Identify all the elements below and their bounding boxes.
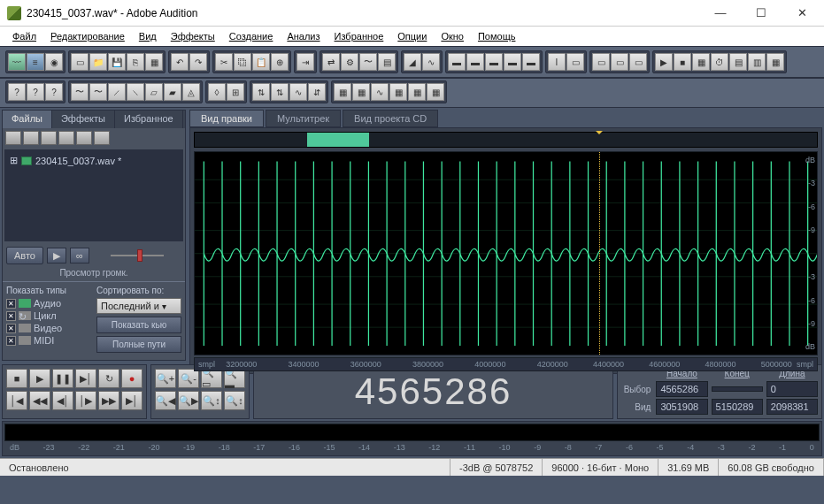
menu-edit[interactable]: Редактирование [45, 28, 130, 44]
zoom-in-right-button[interactable]: 🔍▶ [178, 391, 199, 410]
menu-file[interactable]: Файл [7, 28, 42, 44]
panel-b-icon[interactable]: ▦ [692, 53, 710, 71]
menu-favorites[interactable]: Избранное [329, 28, 389, 44]
sel-end-field[interactable] [712, 386, 763, 392]
play-button[interactable]: ▶ [29, 369, 50, 388]
fx-d-icon[interactable]: ⟍ [127, 83, 144, 101]
show-cue-button[interactable]: Показать кью [96, 317, 181, 333]
playhead[interactable] [599, 152, 600, 355]
tool-b-icon[interactable]: ▬ [466, 53, 484, 71]
loop-icon[interactable]: ∞ [70, 248, 89, 263]
window-b-icon[interactable]: ▭ [611, 53, 628, 71]
menu-generate[interactable]: Создание [224, 28, 279, 44]
panel-a-icon[interactable]: ■ [674, 53, 691, 71]
sel-begin-field[interactable]: 4565286 [656, 381, 707, 397]
minimize-button[interactable]: ― [700, 0, 741, 27]
overview-selection[interactable] [307, 133, 369, 147]
help-a-icon[interactable]: ? [8, 83, 26, 101]
loop-checkbox[interactable]: ✕ [6, 311, 16, 321]
panel-open-icon[interactable] [23, 131, 39, 145]
multitrack-mode-icon[interactable]: ≡ [27, 53, 44, 71]
view-end-field[interactable]: 5150289 [712, 399, 763, 415]
panel-close-icon[interactable] [41, 131, 57, 145]
settings-icon[interactable]: ⚙ [341, 53, 358, 71]
panel-edit-icon[interactable] [76, 131, 92, 145]
mix-paste-icon[interactable]: ⊕ [271, 53, 289, 71]
cd-mode-icon[interactable]: ◉ [45, 53, 63, 71]
fx-s-icon[interactable]: ▦ [427, 83, 444, 101]
stop-button[interactable]: ■ [6, 369, 27, 388]
tool-c-icon[interactable]: ▬ [485, 53, 503, 71]
go-end-button[interactable]: ▶│ [121, 391, 142, 410]
time-display[interactable]: 4565286 [253, 364, 613, 419]
help-b-icon[interactable]: ? [27, 83, 44, 101]
menu-view[interactable]: Вид [134, 28, 162, 44]
waveform-overview[interactable] [194, 132, 818, 148]
fx-m-icon[interactable]: ⇵ [308, 83, 326, 101]
new-icon[interactable]: ▭ [71, 53, 89, 71]
play-loop-button[interactable]: ↻ [98, 369, 119, 388]
ffwd-button[interactable]: ▶▶ [98, 391, 119, 410]
fx-i-icon[interactable]: ⊞ [227, 83, 244, 101]
waveform-mode-icon[interactable]: 〰 [8, 53, 26, 71]
freq-icon[interactable]: 〜 [359, 53, 377, 71]
waveform-display[interactable]: dB-3-6-9 - -3-6-9dB [194, 151, 818, 355]
midi-checkbox[interactable]: ✕ [6, 336, 16, 346]
audio-checkbox[interactable]: ✕ [6, 299, 16, 309]
sel-length-field[interactable]: 0 [766, 381, 818, 397]
fx-q-icon[interactable]: ▦ [389, 83, 407, 101]
marquee-icon[interactable]: ▭ [566, 53, 584, 71]
fx-c-icon[interactable]: ⟋ [108, 83, 126, 101]
open-icon[interactable]: 📁 [89, 53, 107, 71]
view-begin-field[interactable]: 3051908 [656, 399, 707, 415]
zoom-in-v-button[interactable]: 🔍↕ [201, 391, 222, 410]
help-c-icon[interactable]: ? [45, 83, 63, 101]
paste-icon[interactable]: 📋 [252, 53, 270, 71]
sort-dropdown[interactable]: Последний и ▾ [96, 298, 181, 314]
zoom-in-h-button[interactable]: 🔍+ [155, 369, 176, 388]
paste-new-icon[interactable]: ▦ [145, 53, 163, 71]
menu-analyze[interactable]: Анализ [281, 28, 325, 44]
full-paths-button[interactable]: Полные пути [96, 336, 181, 353]
tab-cd-view[interactable]: Вид проекта CD [343, 110, 438, 127]
fx-g-icon[interactable]: ◬ [182, 83, 200, 101]
tab-edit-view[interactable]: Вид правки [189, 110, 264, 127]
fx-o-icon[interactable]: ▦ [352, 83, 370, 101]
copy-icon[interactable]: ⿻ [234, 53, 251, 71]
video-checkbox[interactable]: ✕ [6, 324, 16, 333]
tool-e-icon[interactable]: ▬ [522, 53, 540, 71]
fx-b-icon[interactable]: 〜 [89, 83, 107, 101]
spectral-icon[interactable]: ▤ [378, 53, 396, 71]
text-cursor-icon[interactable]: I [548, 53, 566, 71]
fx-e-icon[interactable]: ▱ [145, 83, 163, 101]
pause-button[interactable]: ❚❚ [52, 369, 73, 388]
rewind-button[interactable]: ◀◀ [29, 391, 50, 410]
tab-multitrack[interactable]: Мультитрек [266, 110, 341, 127]
prev-button[interactable]: ◀│ [52, 391, 73, 410]
fx-f-icon[interactable]: ▰ [164, 83, 181, 101]
fx-n-icon[interactable]: ▦ [334, 83, 351, 101]
time-icon[interactable]: ⏱ [711, 53, 728, 71]
file-item[interactable]: ⊞ 230415_0037.wav * [8, 153, 180, 168]
next-button[interactable]: │▶ [75, 391, 96, 410]
preview-play-icon[interactable]: ▶ [47, 248, 66, 263]
fx-r-icon[interactable]: ▦ [408, 83, 426, 101]
tab-effects[interactable]: Эффекты [52, 111, 115, 128]
volume-slider[interactable] [93, 247, 181, 264]
zoom-out-v-button[interactable]: 🔍↕ [224, 391, 245, 410]
redo-icon[interactable]: ↷ [189, 53, 207, 71]
tab-files[interactable]: Файлы [3, 111, 52, 128]
fx-p-icon[interactable]: ∿ [371, 83, 389, 101]
tool-a-icon[interactable]: ▬ [448, 53, 466, 71]
trim-icon[interactable]: ⇥ [296, 53, 314, 71]
tool-d-icon[interactable]: ▬ [504, 53, 521, 71]
zoom-in-left-button[interactable]: 🔍◀ [155, 391, 176, 410]
menu-help[interactable]: Помощь [473, 28, 521, 44]
play-to-end-button[interactable]: ▶│ [75, 369, 96, 388]
record-button[interactable]: ● [121, 369, 142, 388]
fx-k-icon[interactable]: ⇅ [271, 83, 289, 101]
maximize-button[interactable]: ☐ [741, 0, 782, 27]
fx-a-icon[interactable]: 〜 [71, 83, 89, 101]
window-a-icon[interactable]: ▭ [592, 53, 610, 71]
cut-icon[interactable]: ✂ [215, 53, 233, 71]
